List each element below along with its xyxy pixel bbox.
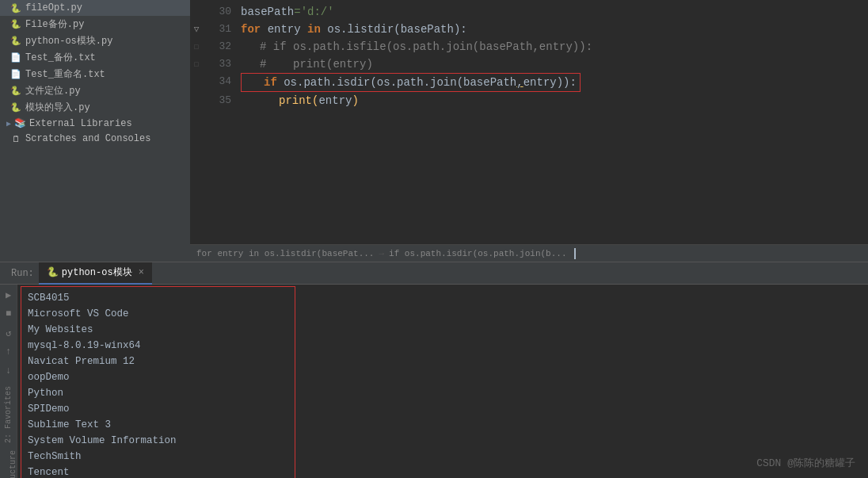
- output-line-navicat: Navicat Premium 12: [28, 356, 135, 367]
- rerun-button[interactable]: ↺: [2, 326, 16, 340]
- sidebar-item-test-backup[interactable]: 📄 Test_备份.txt: [0, 49, 190, 66]
- py-file-icon: 🐍: [10, 101, 22, 114]
- sidebar-item-fileopt[interactable]: 🐍 fileOpt.py: [0, 0, 190, 16]
- highlighted-line: if os.path.isdir(os.path.join(basePath,e…: [241, 73, 581, 92]
- run-tab-icon: 🐍: [47, 266, 59, 278]
- py-file-icon: 🐍: [10, 85, 22, 98]
- txt-file-icon: 📄: [10, 52, 22, 64]
- output-line-sysvolinfo: System Volume Information: [28, 435, 177, 446]
- sidebar-file-name: python-os模块.py: [25, 34, 112, 48]
- lib-icon: 📚: [14, 117, 26, 129]
- scroll-up-button[interactable]: ↑: [2, 345, 16, 359]
- sidebar-item-external-libs[interactable]: ▶ 📚 External Libraries: [0, 116, 190, 131]
- stop-button[interactable]: ■: [2, 307, 16, 321]
- breadcrumb-item-2[interactable]: if os.path.isdir(os.path.join(b...: [389, 249, 566, 258]
- line-number: 35: [203, 92, 241, 109]
- output-area: SCB4015 Microsoft VS Code My Websites my…: [17, 285, 868, 478]
- output-line-scb: SCB4015: [28, 293, 70, 304]
- project-sidebar: 🐍 fileOpt.py 🐍 File备份.py 🐍 python-os模块.p…: [0, 0, 190, 262]
- external-libraries-label: External Libraries: [29, 118, 132, 129]
- run-tab-python-os[interactable]: 🐍 python-os模块 ×: [39, 262, 152, 285]
- output-line-spidemo: SPIDemo: [28, 403, 70, 415]
- sidebar-item-python-os[interactable]: 🐍 python-os模块.py: [0, 33, 190, 49]
- sidebar-item-file-locate[interactable]: 🐍 文件定位.py: [0, 82, 190, 99]
- output-line-oopdemo: oopDemo: [28, 372, 70, 383]
- code-editor: 30 basePath='d:/' ▽ 31 for entry in os.l…: [190, 0, 868, 262]
- line-content: if os.path.isdir(os.path.join(basePath,e…: [241, 73, 868, 92]
- sidebar-file-name: fileOpt.py: [25, 2, 82, 13]
- favorites-section: 2: Favorites: [0, 381, 17, 448]
- line-content: print(entry): [241, 92, 868, 109]
- scratches-icon: 🗒: [10, 132, 22, 145]
- console-output-panel: SCB4015 Microsoft VS Code My Websites my…: [17, 285, 299, 478]
- code-line-34: 34 if os.path.isdir(os.path.join(basePat…: [190, 73, 868, 92]
- line-content: # if os.path.isfile(os.path.join(basePat…: [241, 38, 868, 55]
- bottom-panel: Run: 🐍 python-os模块 × ▶ ■ ↺ ↑ ↓ 2: Favori…: [0, 262, 868, 478]
- sidebar-item-module-import[interactable]: 🐍 模块的导入.py: [0, 99, 190, 116]
- run-label: Run:: [6, 268, 39, 279]
- code-content[interactable]: 30 basePath='d:/' ▽ 31 for entry in os.l…: [190, 0, 868, 244]
- expand-arrow-icon: ▶: [6, 119, 11, 128]
- line-content: for entry in os.listdir(basePath):: [241, 21, 868, 38]
- breadcrumb-item-1[interactable]: for entry in os.listdir(basePat...: [196, 249, 374, 258]
- output-line-sublime: Sublime Text 3: [28, 419, 111, 430]
- sidebar-item-scratches[interactable]: 🗒 Scratches and Consoles: [0, 131, 190, 147]
- output-line-tencent: Tencent: [28, 467, 70, 478]
- line-number: 31: [203, 21, 241, 38]
- bottom-layout: ▶ ■ ↺ ↑ ↓ 2: Favorites 7: Structure SCB4…: [0, 285, 868, 478]
- txt-file-icon: 📄: [10, 68, 22, 81]
- sidebar-file-name: 模块的导入.py: [25, 101, 90, 114]
- structure-label[interactable]: 7: Structure: [0, 445, 17, 478]
- line-number: 33: [203, 55, 241, 73]
- run-button[interactable]: ▶: [2, 288, 16, 302]
- output-line-python: Python: [28, 388, 63, 399]
- line-content: # print(entry): [241, 55, 868, 73]
- py-file-icon: 🐍: [10, 18, 22, 31]
- watermark-text: CSDN @陈陈的糖罐子: [756, 457, 855, 469]
- fold-gutter: ◻: [190, 38, 203, 55]
- scroll-down-button[interactable]: ↓: [2, 364, 16, 378]
- fold-gutter: ◻: [190, 55, 203, 73]
- code-line-31: ▽ 31 for entry in os.listdir(basePath):: [190, 21, 868, 38]
- fold-gutter: ▽: [190, 21, 203, 38]
- favorites-label[interactable]: 2: Favorites: [4, 381, 13, 448]
- watermark-container: CSDN @陈陈的糖罐子: [756, 456, 855, 470]
- console-output-box: SCB4015 Microsoft VS Code My Websites my…: [21, 286, 295, 478]
- structure-section: 7: Structure: [0, 448, 17, 478]
- py-file-icon: 🐍: [10, 35, 22, 48]
- output-line-mysql: mysql-8.0.19-winx64: [28, 340, 141, 351]
- sidebar-file-name: Test_备份.txt: [25, 51, 96, 64]
- line-number: 30: [203, 3, 241, 21]
- code-line-35: 35 print(entry): [190, 92, 868, 109]
- run-tab-label: python-os模块: [62, 266, 132, 279]
- run-controls: ▶ ■ ↺ ↑ ↓: [0, 285, 17, 381]
- output-line-vscode: Microsoft VS Code: [28, 308, 129, 319]
- output-lines: SCB4015 Microsoft VS Code My Websites my…: [25, 289, 291, 478]
- output-line-techsmith: TechSmith: [28, 451, 82, 462]
- cursor-indicator: [574, 248, 576, 259]
- line-content: basePath='d:/': [241, 3, 868, 21]
- sidebar-file-name: 文件定位.py: [25, 84, 81, 98]
- sidebar-item-file-backup[interactable]: 🐍 File备份.py: [0, 16, 190, 33]
- output-line-websites: My Websites: [28, 324, 93, 335]
- breadcrumb-separator: →: [379, 249, 384, 258]
- code-line-33: ◻ 33 # print(entry): [190, 55, 868, 73]
- code-line-30: 30 basePath='d:/': [190, 3, 868, 21]
- code-line-32: ◻ 32 # if os.path.isfile(os.path.join(ba…: [190, 38, 868, 55]
- sidebar-file-name: File备份.py: [25, 17, 84, 31]
- breadcrumb-bar: for entry in os.listdir(basePat... → if …: [190, 244, 868, 262]
- line-number: 32: [203, 38, 241, 55]
- scratches-label: Scratches and Consoles: [25, 133, 150, 144]
- run-tab-close[interactable]: ×: [139, 267, 144, 278]
- right-empty-panel: CSDN @陈陈的糖罐子: [299, 285, 868, 478]
- sidebar-file-name: Test_重命名.txt: [25, 67, 105, 81]
- left-controls-strip: ▶ ■ ↺ ↑ ↓ 2: Favorites 7: Structure: [0, 285, 17, 478]
- sidebar-item-test-rename[interactable]: 📄 Test_重命名.txt: [0, 66, 190, 82]
- py-file-icon: 🐍: [10, 2, 22, 14]
- line-number: 34: [203, 73, 241, 90]
- run-tab-bar: Run: 🐍 python-os模块 ×: [0, 262, 868, 285]
